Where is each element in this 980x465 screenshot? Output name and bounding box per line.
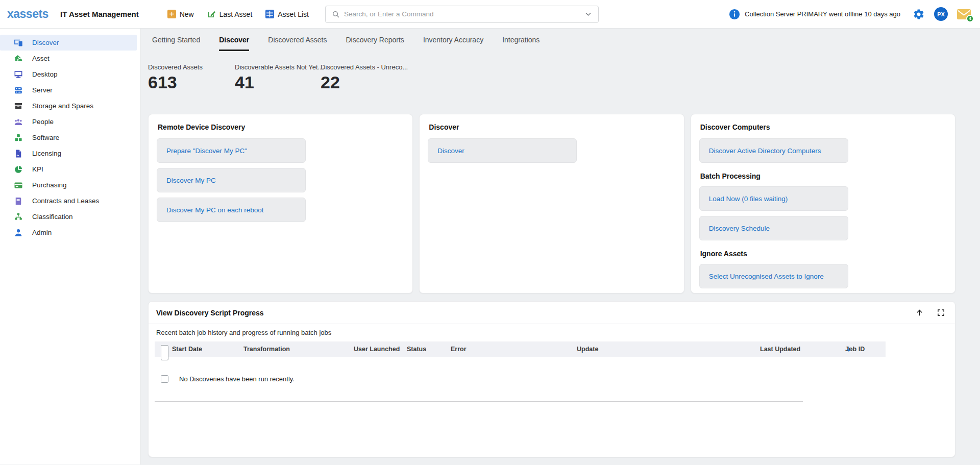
- edit-icon: [207, 10, 216, 18]
- tab-getting-started[interactable]: Getting Started: [152, 29, 200, 51]
- tab-discovered-assets[interactable]: Discovered Assets: [268, 29, 327, 51]
- sidebar-item-classification[interactable]: Classification: [0, 209, 137, 225]
- stats-row: Discovered Assets 613 Discoverable Asset…: [148, 51, 955, 91]
- discovery-schedule-button[interactable]: Discovery Schedule: [699, 216, 848, 240]
- notification-text: Collection Server PRIMARY went offline 1…: [745, 10, 900, 18]
- batch-processing-heading: Batch Processing: [700, 172, 947, 180]
- discover-icon: [13, 38, 23, 47]
- top-header: xassets IT Asset Management New Last Ass…: [0, 0, 980, 29]
- asset-icon: [13, 54, 23, 63]
- remote-device-discovery-card: Remote Device Discovery Prepare "Discove…: [148, 114, 413, 293]
- card-title: Discover: [429, 123, 675, 131]
- select-unrecognised-assets-button[interactable]: Select Unrecognised Assets to Ignore: [699, 264, 848, 288]
- table-row: No Discoveries have been run recently.: [155, 357, 803, 402]
- tab-discovery-reports[interactable]: Discovery Reports: [346, 29, 404, 51]
- sidebar-item-label: Licensing: [32, 150, 61, 157]
- panel-subtitle: Recent batch job history and progress of…: [149, 324, 955, 341]
- table-grid-icon: [265, 10, 274, 18]
- new-button[interactable]: New: [167, 10, 194, 18]
- card-title: Remote Device Discovery: [158, 123, 404, 131]
- stat-value: 613: [148, 74, 235, 91]
- sidebar-item-label: Desktop: [32, 70, 58, 78]
- sidebar-item-label: Server: [32, 86, 53, 94]
- empty-table-message: No Discoveries have been run recently.: [179, 375, 295, 383]
- sidebar-item-label: Contracts and Leases: [32, 197, 99, 205]
- load-now-button[interactable]: Load Now (0 files waiting): [699, 186, 848, 211]
- sidebar-item-people[interactable]: People: [0, 114, 137, 130]
- new-plus-icon: [167, 10, 176, 18]
- panel-title: View Discovery Script Progress: [156, 309, 264, 317]
- sidebar-item-desktop[interactable]: Desktop: [0, 66, 137, 82]
- avatar[interactable]: PX: [934, 7, 948, 21]
- tab-integrations[interactable]: Integrations: [502, 29, 540, 51]
- sidebar-item-asset[interactable]: Asset: [0, 51, 137, 66]
- gear-icon[interactable]: [913, 8, 925, 20]
- sidebar-item-discover[interactable]: Discover: [0, 35, 137, 51]
- storage-box-icon: [13, 101, 23, 111]
- cards-row: Remote Device Discovery Prepare "Discove…: [148, 114, 955, 293]
- sidebar-item-purchasing[interactable]: Purchasing: [0, 177, 137, 193]
- table-header: Start Date Transformation User Launched …: [155, 341, 886, 357]
- app-title: IT Asset Management: [60, 10, 139, 18]
- column-header-update[interactable]: Update: [577, 341, 598, 357]
- select-all-checkbox[interactable]: [161, 345, 168, 360]
- sidebar-item-contracts-and-leases[interactable]: Contracts and Leases: [0, 193, 137, 209]
- sidebar-item-storage-and-spares[interactable]: Storage and Spares: [0, 98, 137, 114]
- chevron-down-icon[interactable]: [584, 10, 592, 18]
- xassets-logo: xassets: [7, 7, 60, 21]
- column-header-error[interactable]: Error: [451, 341, 467, 357]
- stat-value: 22: [321, 74, 407, 91]
- mail-icon[interactable]: 4: [957, 9, 971, 19]
- discover-card: Discover Discover: [419, 114, 684, 293]
- panel-header: View Discovery Script Progress: [149, 302, 955, 324]
- stat-value: 41: [235, 74, 321, 91]
- stat-discovered-unrecognised: Discovered Assets - Unreco... 22: [321, 63, 407, 91]
- column-header-status[interactable]: Status: [407, 341, 426, 357]
- sidebar-item-admin[interactable]: Admin: [0, 225, 137, 240]
- software-cubes-icon: [13, 133, 23, 142]
- prepare-discover-my-pc-button[interactable]: Prepare "Discover My PC": [157, 138, 306, 163]
- column-header-transformation[interactable]: Transformation: [243, 341, 290, 357]
- discovery-progress-panel: View Discovery Script Progress Recent ba…: [148, 301, 955, 457]
- discover-my-pc-each-reboot-button[interactable]: Discover My PC on each reboot: [157, 198, 306, 222]
- column-header-last-updated[interactable]: Last Updated: [760, 341, 800, 357]
- stat-label: Discovered Assets: [148, 63, 235, 71]
- main-content: Getting Started Discover Discovered Asse…: [141, 29, 980, 464]
- mail-badge: 4: [966, 15, 974, 22]
- info-icon[interactable]: [729, 9, 740, 20]
- stat-discovered-assets: Discovered Assets 613: [148, 63, 235, 91]
- admin-person-icon: [13, 228, 23, 237]
- expand-fullscreen-icon[interactable]: [937, 309, 945, 316]
- sidebar-item-label: Storage and Spares: [32, 102, 93, 110]
- server-icon: [13, 85, 23, 95]
- stat-label: Discovered Assets - Unreco...: [321, 63, 407, 71]
- licensing-document-icon: [13, 149, 23, 158]
- discover-my-pc-button[interactable]: Discover My PC: [157, 168, 306, 192]
- asset-list-button-label: Asset List: [278, 10, 309, 18]
- sidebar-item-label: Discover: [32, 39, 59, 46]
- tab-discover[interactable]: Discover: [219, 29, 249, 51]
- column-header-start-date[interactable]: Start Date: [172, 341, 202, 357]
- ignore-assets-heading: Ignore Assets: [700, 250, 947, 258]
- sidebar-item-label: Asset: [32, 55, 50, 62]
- scroll-up-arrow-icon[interactable]: [915, 308, 924, 317]
- discover-computers-card: Discover Computers Discover Active Direc…: [691, 114, 955, 293]
- asset-list-button[interactable]: Asset List: [265, 10, 309, 18]
- sidebar: Discover Asset Desktop Server Storage an: [0, 29, 141, 464]
- sidebar-item-kpi[interactable]: KPI: [0, 161, 137, 177]
- sidebar-item-server[interactable]: Server: [0, 82, 137, 98]
- search-input[interactable]: [344, 10, 580, 18]
- sidebar-item-licensing[interactable]: Licensing: [0, 145, 137, 161]
- row-checkbox[interactable]: [161, 375, 168, 383]
- last-asset-button[interactable]: Last Asset: [207, 10, 253, 18]
- tab-inventory-accuracy[interactable]: Inventory Accuracy: [423, 29, 483, 51]
- sidebar-item-label: Admin: [32, 229, 52, 236]
- discover-active-directory-button[interactable]: Discover Active Directory Computers: [699, 138, 848, 163]
- purchasing-card-icon: [13, 180, 23, 190]
- new-button-label: New: [180, 10, 194, 18]
- discover-button[interactable]: Discover: [428, 138, 577, 163]
- sidebar-item-software[interactable]: Software: [0, 130, 137, 145]
- search-icon: [332, 10, 340, 18]
- classification-hierarchy-icon: [13, 212, 23, 222]
- column-header-user-launched[interactable]: User Launched: [354, 341, 400, 357]
